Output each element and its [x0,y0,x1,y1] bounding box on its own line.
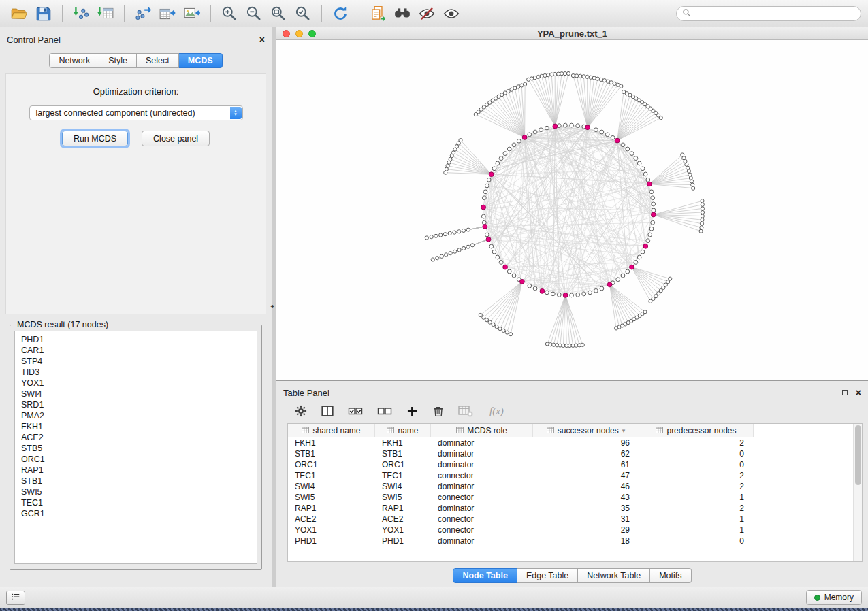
table-toolbar: f(x) [276,399,868,423]
mcds-pane: Optimization criterion: largest connecte… [5,73,266,314]
mcds-result-item[interactable]: PHD1 [15,334,257,345]
toolbar-divider [210,5,211,22]
splitter-collapse-icon[interactable]: ◂▸ [270,303,273,309]
zoom-in-icon[interactable] [217,3,242,24]
find-icon[interactable] [390,3,415,24]
toolbar-divider [62,5,63,22]
refresh-icon[interactable] [328,3,353,24]
import-network-icon[interactable] [69,3,93,24]
column-header-shared-name[interactable]: shared name [288,424,375,437]
table-row[interactable]: PHD1PHD1dominator180 [288,535,862,546]
mcds-result-item[interactable]: SRD1 [15,399,257,410]
open-file-icon[interactable] [7,3,31,24]
table-cell: 2 [639,482,754,491]
mcds-result-item[interactable]: SWI5 [15,486,257,497]
tab-motifs[interactable]: Motifs [650,568,691,583]
table-row[interactable]: YOX1YOX1connector291 [288,525,862,535]
export-image-icon[interactable] [180,3,204,24]
table-row[interactable]: RAP1RAP1dominator352 [288,503,862,514]
mcds-result-item[interactable]: PMA2 [15,410,257,421]
column-header-predecessor-nodes[interactable]: predecessor nodes [639,424,754,437]
deselect-all-icon[interactable] [375,402,394,420]
show-columns-icon[interactable] [319,403,336,419]
tab-edge-table[interactable]: Edge Table [517,568,578,583]
mcds-result-item[interactable]: ACE2 [15,432,257,443]
table-row[interactable]: TEC1TEC1connector472 [288,470,862,481]
table-row[interactable]: FKH1FKH1dominator962 [288,437,862,448]
tab-node-table[interactable]: Node Table [453,568,517,583]
delete-row-icon[interactable] [430,403,447,419]
zoom-out-icon[interactable] [242,3,266,24]
window-close-button[interactable] [283,30,290,37]
float-table-panel-icon[interactable] [842,390,848,395]
column-header-successor-nodes[interactable]: successor nodes▾ [533,424,639,437]
table-cell: 2 [639,471,754,480]
mcds-result-item[interactable]: GCR1 [15,508,257,519]
mcds-result-item[interactable]: CAR1 [15,345,257,356]
mcds-result-item[interactable]: YOX1 [15,378,257,389]
close-table-panel-icon[interactable]: × [856,389,861,396]
select-all-icon[interactable] [346,402,365,420]
tab-select[interactable]: Select [137,53,179,68]
mcds-result-item[interactable]: STP4 [15,356,257,367]
settings-gear-icon[interactable] [293,403,309,419]
add-row-icon[interactable] [404,403,420,419]
window-minimize-button[interactable] [295,30,303,37]
table-row[interactable]: SWI5SWI5connector431 [288,492,862,503]
table-row[interactable]: STB1STB1dominator620 [288,448,862,459]
control-panel-header: Control Panel × [0,27,272,46]
network-graph [276,40,866,380]
network-canvas[interactable] [276,40,868,380]
application-window: Control Panel × NetworkStyleSelectMCDS O… [0,0,868,611]
export-table-icon[interactable] [155,3,180,24]
import-table-icon[interactable] [93,3,118,24]
table-row[interactable]: SWI4SWI4dominator462 [288,481,862,492]
status-list-button[interactable] [6,591,25,605]
list-icon [10,592,21,604]
hide-icon[interactable] [415,3,439,24]
show-icon[interactable] [439,3,464,24]
tab-network[interactable]: Network [49,53,99,68]
mcds-result-item[interactable]: FKH1 [15,421,257,432]
tab-mcds[interactable]: MCDS [179,53,223,68]
search-box[interactable] [676,6,861,21]
table-body: FKH1FKH1dominator962STB1STB1dominator620… [288,437,862,546]
memory-button-label: Memory [824,593,854,602]
run-mcds-button[interactable]: Run MCDS [62,131,128,146]
mcds-result-item[interactable]: SWI4 [15,389,257,399]
criterion-dropdown[interactable]: largest connected component (undirected)… [29,105,243,120]
tab-network-table[interactable]: Network Table [578,568,650,583]
column-header-name[interactable]: name [375,424,431,437]
window-zoom-button[interactable] [308,30,316,37]
mcds-result-item[interactable]: TEC1 [15,497,257,508]
column-header-label: predecessor nodes [666,426,736,435]
mcds-result-item[interactable]: STB5 [15,443,257,454]
export-network-icon[interactable] [131,3,155,24]
table-cell: SWI5 [375,493,431,502]
close-mcds-panel-button[interactable]: Close panel [142,131,210,146]
zoom-selected-icon[interactable] [291,3,315,24]
table-row[interactable]: ORC1ORC1dominator610 [288,459,862,470]
memory-button[interactable]: Memory [806,590,862,605]
table-scrollbar[interactable] [853,424,862,561]
tab-style[interactable]: Style [99,53,137,68]
control-panel-title: Control Panel [7,35,61,45]
search-input[interactable] [694,9,855,18]
save-icon[interactable] [31,3,56,24]
table-cell: ORC1 [288,460,375,469]
table-cell: 1 [639,514,754,524]
table-row[interactable]: ACE2ACE2connector311 [288,514,862,525]
table-cell: STB1 [288,449,375,459]
table-scrollbar-thumb[interactable] [855,425,861,485]
close-panel-icon[interactable]: × [259,36,265,43]
zoom-fit-icon[interactable] [266,3,291,24]
column-header-MCDS-role[interactable]: MCDS role [431,424,533,437]
clone-document-icon[interactable] [366,3,390,24]
mcds-result-item[interactable]: ORC1 [15,454,257,465]
table-cell: YOX1 [375,525,431,535]
mcds-result-item[interactable]: STB1 [15,476,257,486]
mcds-result-item[interactable]: TID3 [15,367,257,378]
mcds-result-item[interactable]: RAP1 [15,465,257,476]
mcds-result-list[interactable]: PHD1CAR1STP4TID3YOX1SWI4SRD1PMA2FKH1ACE2… [14,331,257,564]
float-panel-icon[interactable] [246,37,251,42]
